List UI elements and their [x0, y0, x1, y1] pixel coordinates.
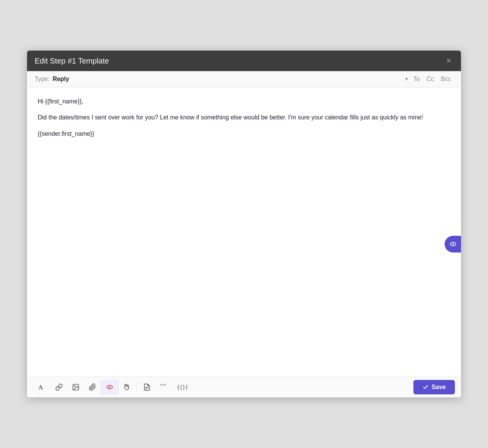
link-icon — [55, 383, 63, 391]
attachment-icon — [89, 383, 96, 391]
recipients-area: ▼ To Cc Bcc — [404, 75, 453, 83]
svg-point-4 — [74, 386, 75, 387]
svg-text:A: A — [38, 384, 43, 391]
quote-button[interactable]: " " — [155, 380, 172, 394]
to-button[interactable]: To — [411, 75, 422, 83]
preview-button[interactable] — [101, 380, 118, 394]
close-button[interactable]: × — [444, 56, 453, 66]
type-toolbar: Type: Reply ▼ To Cc Bcc — [27, 71, 461, 87]
save-label: Save — [432, 384, 446, 391]
document-icon — [143, 383, 151, 391]
bcc-button[interactable]: Bcc — [439, 75, 453, 83]
quote-icon: " " — [160, 383, 167, 391]
editor-line-signature: {{sender.first_name}} — [38, 129, 450, 139]
editor-line-body: Did the dates/times I sent over work for… — [38, 113, 450, 122]
hand-button[interactable] — [118, 380, 135, 394]
eye-active-icon — [106, 383, 113, 391]
edit-step-modal: Edit Step #1 Template × Type: Reply ▼ To… — [27, 51, 461, 397]
font-size-button[interactable]: A — [33, 380, 51, 394]
svg-point-6 — [109, 386, 110, 388]
image-button[interactable] — [67, 380, 84, 394]
variables-button[interactable]: {{}} — [172, 381, 193, 393]
modal-header: Edit Step #1 Template × — [27, 51, 461, 71]
modal-title: Edit Step #1 Template — [35, 57, 109, 65]
type-value: Reply — [53, 76, 69, 83]
svg-text:": " — [163, 383, 166, 391]
type-label: Type: — [35, 76, 49, 83]
floating-preview-button[interactable] — [445, 236, 461, 253]
variables-icon: {{}} — [177, 384, 188, 390]
bottom-toolbar: A — [27, 377, 461, 397]
editor-line-greeting: Hi {{first_name}}, — [38, 97, 450, 106]
cc-button[interactable]: Cc — [424, 75, 437, 83]
dropdown-arrow-icon: ▼ — [404, 76, 409, 82]
svg-text:": " — [160, 383, 163, 391]
editor-area[interactable]: Hi {{first_name}}, Did the dates/times I… — [27, 87, 461, 377]
document-button[interactable] — [139, 380, 155, 394]
toolbar-divider-1 — [137, 382, 137, 392]
font-size-icon: A — [38, 383, 46, 391]
svg-point-1 — [452, 243, 454, 245]
image-icon — [72, 383, 80, 391]
checkmark-icon — [423, 384, 429, 390]
save-button[interactable]: Save — [413, 380, 455, 394]
hand-icon — [123, 383, 131, 391]
attachment-button[interactable] — [84, 380, 101, 394]
link-button[interactable] — [51, 380, 67, 394]
eye-icon-floating — [449, 240, 457, 248]
